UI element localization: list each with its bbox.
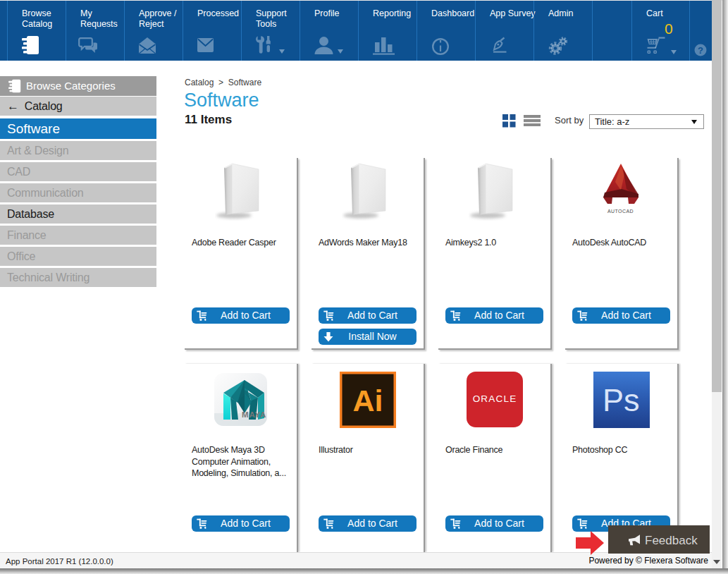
svg-text:?: ? xyxy=(698,45,703,56)
